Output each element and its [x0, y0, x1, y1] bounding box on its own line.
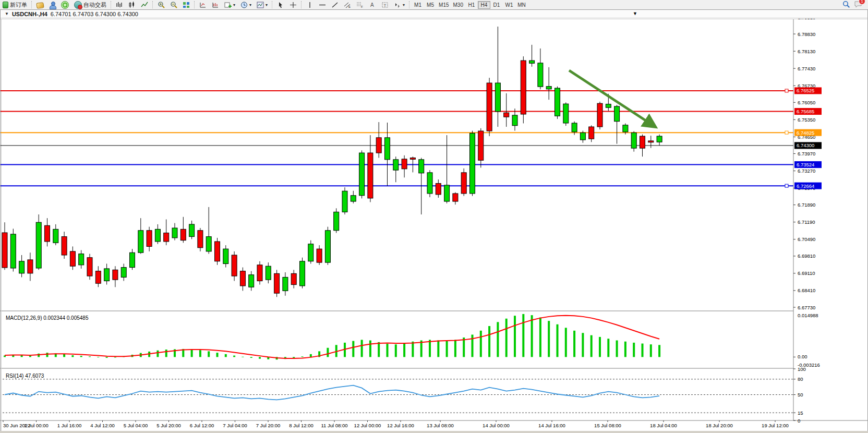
autotrade-button[interactable]: 自动交易 [71, 1, 109, 9]
equidistant-channel-icon: E [344, 2, 351, 8]
candle-body [147, 231, 152, 247]
macd-histogram-bar [557, 324, 559, 357]
zoom-in-button[interactable] [155, 1, 167, 9]
macd-histogram-bar [156, 351, 159, 357]
horizontal-line-button[interactable] [316, 1, 329, 9]
horizontal-line-icon [319, 2, 326, 8]
candle-body [317, 249, 322, 262]
candle-body [164, 233, 169, 242]
macd-histogram-bar [599, 337, 601, 357]
text-label-button[interactable]: T [379, 1, 391, 9]
macd-histogram-bar [607, 339, 609, 357]
line-chart-button[interactable] [138, 1, 151, 9]
signal-icon [61, 1, 69, 9]
time-label: 12 Jul 16:00 [387, 423, 414, 428]
toolbar-separator [409, 1, 410, 8]
templates-button[interactable]: ▾ [254, 1, 270, 9]
macd-histogram-bar [302, 356, 304, 357]
price-tick-label: 6.69810 [798, 253, 815, 259]
macd-histogram-bar [565, 328, 567, 357]
tile-windows-button[interactable] [180, 1, 192, 9]
dropdown-arrow-icon: ▾ [403, 3, 405, 7]
trend-arrow[interactable] [569, 70, 654, 126]
macd-histogram-bar [658, 345, 660, 357]
candlestick-button[interactable] [126, 1, 138, 9]
macd-histogram-bar [590, 335, 593, 357]
zoom-in-icon [158, 2, 165, 8]
macd-histogram-bar [310, 354, 312, 357]
time-label: 14 Jul 00:00 [483, 423, 510, 428]
svg-text:T: T [384, 3, 387, 8]
channel-button[interactable]: E [341, 1, 354, 9]
macd-histogram-bar [114, 357, 116, 357]
candle-body [521, 61, 526, 114]
timeframe-h4[interactable]: H4 [478, 1, 490, 9]
macd-histogram-bar [250, 357, 252, 358]
timeframe-m30[interactable]: M30 [451, 1, 465, 9]
timeframe-d1[interactable]: D1 [490, 1, 503, 9]
candle-body [62, 237, 67, 255]
price-tick-label: 6.75350 [798, 117, 815, 123]
macd-histogram-bar [165, 350, 167, 357]
macd-histogram-bar [573, 331, 575, 357]
candle-body [529, 61, 535, 63]
timeframe-w1[interactable]: W1 [503, 1, 515, 9]
macd-histogram-bar [387, 344, 389, 357]
window-bottom-border [0, 431, 868, 433]
autoscroll-marker-icon[interactable]: ▼ [633, 11, 637, 16]
search-button[interactable] [842, 1, 850, 9]
level-line-handle[interactable] [785, 184, 788, 187]
macd-histogram-bar [531, 315, 533, 357]
indicator-window-icon [212, 2, 219, 8]
candle-body [512, 115, 517, 126]
timeframe-m1[interactable]: M1 [412, 1, 424, 9]
price-tick-label: 6.78830 [798, 31, 815, 37]
macd-histogram-bar [361, 340, 363, 357]
price-tick-label: 6.69110 [798, 270, 815, 276]
clock-icon [240, 2, 248, 8]
chat-button[interactable]: 1 [854, 1, 863, 9]
indicator-window-icon [199, 2, 207, 8]
toolbar-separator [111, 1, 112, 8]
text-button[interactable]: A [366, 1, 379, 9]
macd-histogram-bar [582, 333, 584, 357]
cursor-button[interactable] [274, 1, 287, 9]
zoom-out-button[interactable] [167, 1, 180, 9]
macd-histogram-bar [242, 357, 244, 357]
timeframe-m15[interactable]: M15 [437, 1, 451, 9]
market-watch-button[interactable] [34, 1, 46, 9]
rsi-level-label: 100 [798, 366, 806, 372]
trendline-button[interactable] [329, 1, 341, 9]
vertical-line-button[interactable] [304, 1, 316, 9]
level-line-handle[interactable] [785, 89, 788, 92]
level-line-handle[interactable] [785, 131, 788, 134]
rsi-line [5, 386, 659, 400]
price-tick-label: 6.73970 [798, 151, 815, 157]
timeframe-mn[interactable]: MN [515, 1, 528, 9]
signals-button[interactable] [58, 1, 71, 9]
candle-body [28, 260, 33, 273]
profile-button[interactable] [46, 1, 58, 9]
macd-label: MACD(12,26,9) 0.002344 0.005485 [6, 315, 88, 321]
candle-body [215, 242, 220, 261]
fibonacci-button[interactable]: F [354, 1, 366, 9]
candlestick-icon [128, 2, 136, 8]
timeframe-h1[interactable]: H1 [465, 1, 478, 9]
new-order-button[interactable]: 新订单 [0, 1, 30, 9]
add-indicator-button[interactable]: ▾ [222, 1, 238, 9]
crosshair-icon [290, 2, 297, 8]
period-button[interactable]: ▾ [238, 1, 254, 9]
indicator-window-2-button[interactable] [209, 1, 222, 9]
level-price-badge-label: 6.72664 [797, 183, 814, 189]
chart-plot: 6.795106.788306.781306.774306.767306.760… [1, 19, 867, 433]
macd-histogram-bar [327, 348, 329, 357]
timeframe-m5[interactable]: M5 [424, 1, 437, 9]
bar-chart-icon [116, 2, 123, 8]
symbol-dropdown-icon[interactable]: ▼ [5, 11, 9, 16]
crosshair-button[interactable] [287, 1, 299, 9]
level-price-badge-label: 6.73524 [797, 162, 814, 167]
indicator-window-1-button[interactable] [197, 1, 209, 9]
rsi-level-label: 0 [798, 418, 800, 424]
arrows-button[interactable]: ▾ [391, 1, 407, 9]
bar-chart-button[interactable] [113, 1, 126, 9]
